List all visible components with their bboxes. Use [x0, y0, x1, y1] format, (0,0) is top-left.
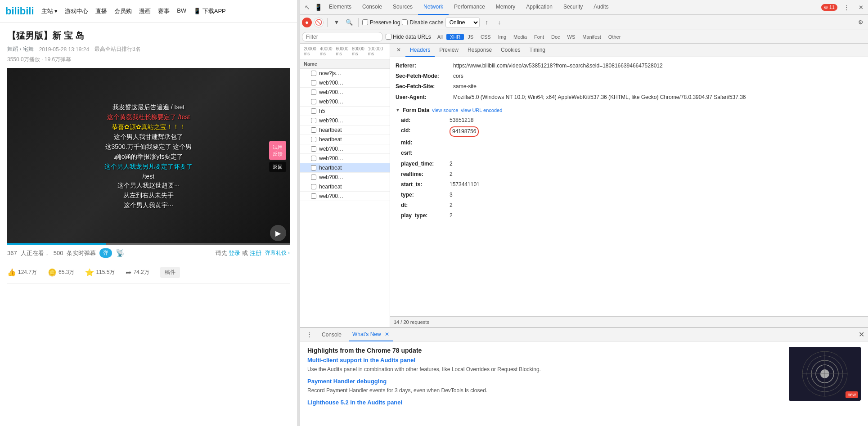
type-btn-media[interactable]: Media	[510, 34, 531, 40]
gear-icon[interactable]: ⚙	[855, 17, 866, 28]
row-checkbox-1[interactable]	[311, 80, 316, 85]
type-btn-doc[interactable]: Doc	[548, 34, 564, 40]
nav-events[interactable]: 赛事	[158, 7, 170, 15]
detail-tab-headers[interactable]: Headers	[405, 44, 435, 57]
tab-console[interactable]: Console	[357, 0, 387, 15]
request-row-5[interactable]: web?00…	[300, 116, 390, 126]
tab-performance[interactable]: Performance	[449, 0, 490, 15]
tab-memory[interactable]: Memory	[490, 0, 521, 15]
disable-cache-checkbox[interactable]	[402, 19, 408, 25]
search-icon[interactable]: 🔍	[344, 17, 355, 28]
type-btn-ws[interactable]: WS	[564, 34, 579, 40]
share-button[interactable]: 稿件	[160, 267, 180, 278]
request-row-12[interactable]: heartbeat	[300, 182, 390, 192]
request-row-13[interactable]: web?00…	[300, 192, 390, 201]
trial-btn[interactable]: 试用反馈	[269, 141, 286, 160]
detail-tab-cookies[interactable]: Cookies	[496, 44, 525, 57]
row-checkbox-9[interactable]	[311, 156, 316, 161]
nav-bw[interactable]: BW	[177, 7, 186, 15]
preserve-log-checkbox[interactable]	[362, 19, 368, 25]
preserve-log-label[interactable]: Preserve log	[362, 19, 400, 26]
tab-network[interactable]: Network	[418, 0, 449, 15]
nav-game[interactable]: 游戏中心	[65, 7, 88, 15]
view-url-encoded-link[interactable]: view URL encoded	[461, 108, 502, 113]
star-action[interactable]: ⭐ 115.5万	[85, 268, 115, 277]
drawer-tab-console[interactable]: Console	[318, 328, 345, 341]
nav-vip[interactable]: 会员购	[114, 7, 132, 15]
request-row-9[interactable]: web?00…	[300, 154, 390, 163]
tab-elements[interactable]: Elements	[324, 0, 357, 15]
throttle-select[interactable]: Online Fast 3G Slow 3G Offline	[445, 18, 480, 27]
nav-download[interactable]: 📱 下载APP	[193, 7, 226, 15]
row-checkbox-4[interactable]	[311, 108, 316, 114]
like-action[interactable]: 👍 124.7万	[7, 268, 37, 277]
type-btn-font[interactable]: Font	[531, 34, 548, 40]
request-row-2[interactable]: web?00…	[300, 88, 390, 97]
request-row-7[interactable]: heartbeat	[300, 135, 390, 144]
type-btn-css[interactable]: CSS	[477, 34, 495, 40]
record-btn[interactable]: ●	[302, 18, 312, 27]
request-row-6[interactable]: heartbeat	[300, 126, 390, 135]
drawer-tab-close[interactable]: ✕	[385, 331, 389, 337]
detail-tab-preview[interactable]: Preview	[435, 44, 463, 57]
detail-close-x[interactable]: ✕	[392, 44, 405, 57]
return-btn[interactable]: 返回	[269, 161, 286, 172]
type-btn-all[interactable]: All	[434, 34, 446, 40]
detail-tab-response[interactable]: Response	[463, 44, 496, 57]
type-btn-manifest[interactable]: Manifest	[579, 34, 605, 40]
row-checkbox-0[interactable]	[311, 71, 316, 76]
tab-audits[interactable]: Audits	[588, 0, 614, 15]
row-checkbox-13[interactable]	[311, 193, 316, 199]
play-button[interactable]: ▶	[270, 225, 286, 241]
more-options-btn[interactable]: ⋮	[841, 2, 852, 13]
drawer-more-btn[interactable]: ⋮	[304, 329, 315, 340]
request-row-1[interactable]: web?00…	[300, 78, 390, 88]
share-action[interactable]: ➦ 74.2万	[126, 268, 149, 277]
danmaku-badge[interactable]: 弹	[99, 248, 112, 258]
tab-sources[interactable]: Sources	[387, 0, 418, 15]
row-checkbox-12[interactable]	[311, 184, 316, 189]
type-btn-js[interactable]: JS	[464, 34, 477, 40]
tab-application[interactable]: Application	[521, 0, 558, 15]
filter-icon[interactable]: ▼	[331, 17, 342, 28]
nav-manga[interactable]: 漫画	[139, 7, 151, 15]
cursor-icon[interactable]: ↖	[302, 2, 313, 13]
filter-input[interactable]	[302, 32, 383, 42]
request-row-4[interactable]: h5	[300, 107, 390, 116]
type-btn-img[interactable]: Img	[495, 34, 510, 40]
import-icon[interactable]: ↑	[481, 17, 492, 28]
close-devtools-btn[interactable]: ✕	[855, 2, 866, 13]
detail-tab-timing[interactable]: Timing	[525, 44, 550, 57]
clear-btn[interactable]: 🚫	[314, 18, 324, 27]
nav-live[interactable]: 直播	[95, 7, 107, 15]
request-row-11[interactable]: web?00…	[300, 173, 390, 182]
request-row-10[interactable]: heartbeat	[300, 163, 390, 173]
row-checkbox-10[interactable]	[311, 165, 316, 170]
close-drawer-btn[interactable]: ✕	[859, 330, 864, 339]
video-player[interactable]: 我发誓这最后告遍遍 / tset 这个黄磊我杜长柳要定了 /test 恭喜✿源✿…	[7, 68, 290, 245]
request-row-8[interactable]: web?00…	[300, 144, 390, 154]
row-checkbox-5[interactable]	[311, 118, 316, 123]
view-source-link[interactable]: view source	[432, 108, 458, 113]
disable-cache-label[interactable]: Disable cache	[402, 19, 443, 26]
nav-home[interactable]: 主站 ▾	[41, 7, 58, 15]
row-checkbox-3[interactable]	[311, 99, 316, 104]
hide-data-urls-label[interactable]: Hide data URLs	[386, 34, 431, 40]
register-link[interactable]: 注册	[250, 250, 261, 256]
row-checkbox-6[interactable]	[311, 127, 316, 133]
export-icon[interactable]: ↓	[494, 17, 505, 28]
request-row-0[interactable]: now?js…	[300, 69, 390, 78]
type-btn-xhr[interactable]: XHR	[446, 34, 464, 40]
row-checkbox-8[interactable]	[311, 146, 316, 152]
video-progress-bar[interactable]	[7, 243, 290, 245]
row-checkbox-11[interactable]	[311, 175, 316, 180]
drawer-tab-whats-new[interactable]: What's New ✕	[349, 328, 393, 341]
mobile-icon[interactable]: 📱	[313, 2, 324, 13]
row-checkbox-2[interactable]	[311, 90, 316, 95]
hide-data-urls-checkbox[interactable]	[386, 34, 391, 40]
request-row-3[interactable]: web?00…	[300, 97, 390, 107]
tab-security[interactable]: Security	[558, 0, 588, 15]
type-btn-other[interactable]: Other	[605, 34, 625, 40]
row-checkbox-7[interactable]	[311, 137, 316, 142]
danmaku-gift-link[interactable]: 弹幕礼仪 ›	[265, 249, 290, 257]
